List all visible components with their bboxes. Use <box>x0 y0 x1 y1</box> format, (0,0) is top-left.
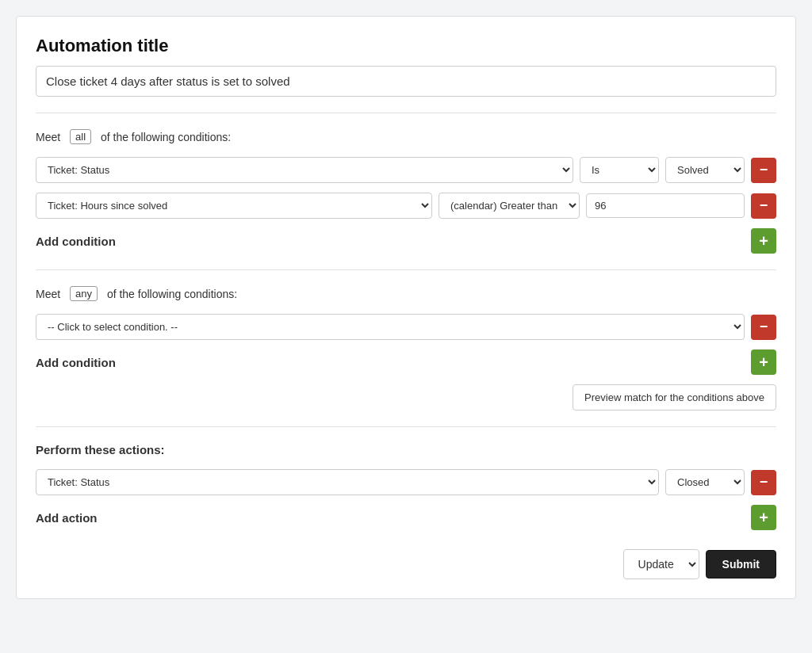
all-badge: all <box>70 129 91 144</box>
all-condition-1-operator[interactable]: Is <box>580 157 659 183</box>
all-conditions-suffix: of the following conditions: <box>101 131 231 143</box>
action-1-remove-button[interactable]: − <box>751 470 776 495</box>
minus-icon-2: − <box>760 197 768 214</box>
plus-icon-all: + <box>759 232 768 250</box>
minus-icon-1: − <box>760 162 768 178</box>
any-conditions-section: Meet any of the following conditions: --… <box>36 286 776 411</box>
all-conditions-section: Meet all of the following conditions: Ti… <box>36 129 776 254</box>
any-add-condition-row: Add condition + <box>36 349 776 375</box>
add-action-label: Add action <box>36 511 98 525</box>
plus-icon-any: + <box>759 353 768 372</box>
actions-section: Perform these actions: Ticket: Status Cl… <box>36 443 776 530</box>
all-add-condition-label: Add condition <box>36 235 116 248</box>
all-conditions-header: Meet all of the following conditions: <box>36 129 776 144</box>
any-conditions-header: Meet any of the following conditions: <box>36 286 776 301</box>
any-badge: any <box>70 286 98 301</box>
all-condition-2-field[interactable]: Ticket: Hours since solved <box>36 193 432 219</box>
any-conditions-suffix: of the following conditions: <box>107 288 237 300</box>
minus-icon-action-1: − <box>760 474 768 491</box>
all-condition-2-operator[interactable]: (calendar) Greater than <box>439 193 580 219</box>
any-conditions-prefix: Meet <box>36 288 60 300</box>
all-condition-2-value-input[interactable] <box>586 193 745 218</box>
divider-2 <box>36 269 776 270</box>
automation-title-label: Automation title <box>36 36 776 56</box>
action-row-1: Ticket: Status Closed − <box>36 469 776 495</box>
actions-header: Perform these actions: <box>36 443 776 456</box>
footer: Update Submit <box>36 549 776 579</box>
minus-icon-any-1: − <box>760 319 768 335</box>
all-condition-2-remove-button[interactable]: − <box>751 193 776 219</box>
action-1-field[interactable]: Ticket: Status <box>36 469 659 495</box>
automation-title-input[interactable] <box>36 66 776 97</box>
preview-button[interactable]: Preview match for the conditions above <box>573 384 776 411</box>
any-add-condition-button[interactable]: + <box>751 349 776 375</box>
submit-button[interactable]: Submit <box>706 550 776 579</box>
all-add-condition-button[interactable]: + <box>751 228 776 254</box>
update-dropdown[interactable]: Update <box>623 549 699 579</box>
add-action-row: Add action + <box>36 505 776 530</box>
any-add-condition-label: Add condition <box>36 356 116 369</box>
divider-3 <box>36 426 776 427</box>
automation-title-section: Automation title <box>36 36 776 97</box>
all-add-condition-row: Add condition + <box>36 228 776 254</box>
all-condition-row-2: Ticket: Hours since solved (calendar) Gr… <box>36 193 776 219</box>
automation-form: Automation title Meet all of the followi… <box>16 16 796 599</box>
any-condition-1-field[interactable]: -- Click to select condition. -- <box>36 314 745 340</box>
preview-row: Preview match for the conditions above <box>36 384 776 411</box>
all-condition-1-field[interactable]: Ticket: Status <box>36 157 573 183</box>
any-condition-row-1: -- Click to select condition. -- − <box>36 314 776 340</box>
add-action-button[interactable]: + <box>751 505 776 530</box>
all-condition-1-value[interactable]: Solved <box>665 157 745 183</box>
plus-icon-action: + <box>759 509 768 527</box>
all-conditions-prefix: Meet <box>36 131 60 143</box>
action-1-value[interactable]: Closed <box>665 469 745 495</box>
any-condition-1-remove-button[interactable]: − <box>751 315 776 340</box>
divider-1 <box>36 113 776 113</box>
all-condition-1-remove-button[interactable]: − <box>751 158 776 183</box>
all-condition-row-1: Ticket: Status Is Solved − <box>36 157 776 183</box>
